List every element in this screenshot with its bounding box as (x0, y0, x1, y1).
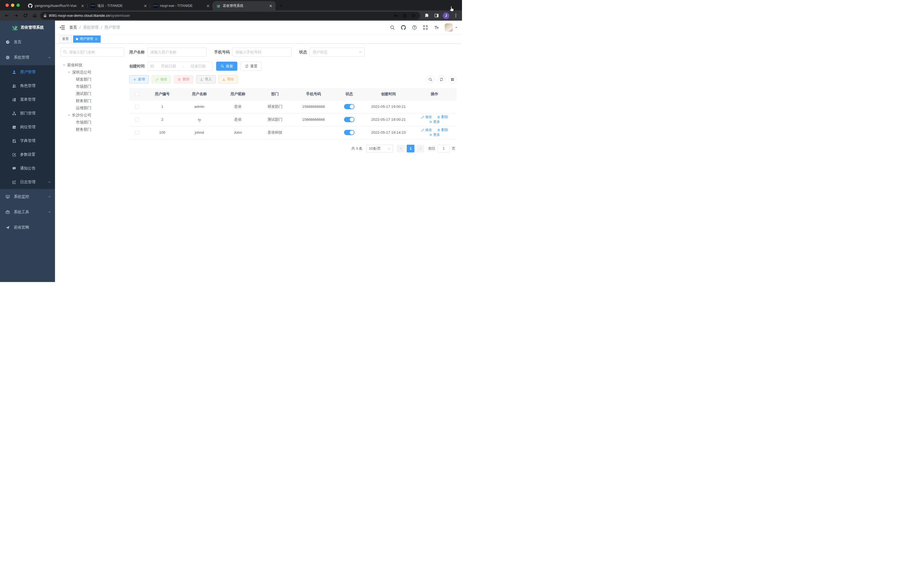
row-more-link[interactable]: 更多 (429, 132, 440, 137)
tag-close-icon[interactable] (94, 38, 98, 41)
goto-page-input[interactable] (438, 145, 450, 152)
browser-profile-avatar[interactable]: J (443, 12, 449, 19)
extensions-puzzle-icon[interactable] (423, 12, 430, 19)
tab-close-icon[interactable] (143, 4, 147, 8)
sidebar-item-tools[interactable]: 系统工具 (0, 205, 55, 220)
sidebar-item-user-mgmt[interactable]: 用户管理 (0, 65, 55, 79)
help-question-icon[interactable] (412, 25, 417, 30)
reload-button[interactable] (21, 12, 29, 20)
bookmark-star-icon[interactable] (410, 12, 417, 19)
row-more-link[interactable]: 更多 (429, 120, 440, 124)
caret-down-icon[interactable] (68, 114, 70, 117)
side-panel-icon[interactable] (433, 12, 440, 19)
browser-tab-github[interactable]: yangzongzhuan/RuoYi-Vue: (Ru (25, 1, 87, 11)
browser-tab-rouyi-vue[interactable]: <t> rouyi-vue - TITANIDE (150, 1, 213, 11)
sidebar-item-system[interactable]: 系统管理 (0, 50, 55, 65)
table-row[interactable]: 1 admin 若依 研发部门 15888888888 2022-05-17 1… (129, 100, 456, 113)
search-button[interactable]: 搜索 (216, 62, 237, 71)
close-window-button[interactable] (6, 4, 9, 7)
tree-node-company[interactable]: 深圳总公司 (60, 69, 124, 76)
status-toggle-on[interactable] (344, 130, 354, 135)
sidebar-item-post-mgmt[interactable]: 岗位管理 (0, 120, 55, 134)
tree-node-dept[interactable]: 市场部门 (60, 119, 124, 126)
sidebar-fold-icon[interactable] (59, 25, 65, 30)
sidebar-item-notice[interactable]: 通知公告 (0, 161, 55, 175)
export-button[interactable]: 导出 (218, 75, 238, 84)
breadcrumb-system[interactable]: 系统管理 (83, 25, 99, 30)
tree-node-dept[interactable]: 运维部门 (60, 105, 124, 112)
toggle-search-button[interactable] (426, 75, 435, 84)
sidebar-item-monitor[interactable]: 系统监控 (0, 189, 55, 205)
page-1-button[interactable]: 1 (407, 145, 414, 152)
caret-down-icon[interactable] (63, 64, 66, 66)
row-edit-link[interactable]: 修改 (421, 115, 432, 119)
tree-node-dept[interactable]: 财务部门 (60, 126, 124, 133)
home-button[interactable] (31, 12, 39, 20)
window-controls[interactable] (6, 4, 20, 7)
browser-tab-titanide-project[interactable]: <t> 项目 - TITANIDE (87, 1, 150, 11)
add-button[interactable]: 新增 (129, 75, 149, 84)
url-text[interactable]: 8081-rouyi-vue-demo.cloud.titanide.cn/sy… (49, 14, 390, 18)
font-size-icon[interactable] (434, 25, 439, 30)
tree-node-dept[interactable]: 财务部门 (60, 98, 124, 105)
phone-input[interactable] (232, 48, 291, 57)
fullscreen-icon[interactable] (423, 25, 428, 30)
prev-page-button[interactable] (397, 145, 405, 152)
browser-tab-ruoyi-active[interactable]: 若依管理系统 (213, 1, 276, 11)
row-edit-link[interactable]: 修改 (421, 128, 432, 132)
refresh-table-button[interactable] (437, 75, 446, 84)
row-checkbox[interactable] (135, 105, 139, 109)
date-range-picker[interactable]: 开始日期 - 结束日期 (147, 62, 213, 71)
sidebar-item-role-mgmt[interactable]: 角色管理 (0, 79, 55, 93)
github-icon[interactable] (400, 25, 406, 30)
address-bar[interactable]: 8081-rouyi-vue-demo.cloud.titanide.cn/sy… (40, 12, 420, 20)
sidebar-item-param-settings[interactable]: 参数设置 (0, 148, 55, 161)
tag-user-mgmt-active[interactable]: 用户管理 (73, 36, 100, 43)
new-tab-button[interactable] (277, 2, 285, 9)
tab-close-icon[interactable] (206, 4, 210, 8)
next-page-button[interactable] (417, 145, 424, 152)
back-button[interactable] (3, 12, 10, 20)
caret-down-icon[interactable] (68, 71, 70, 74)
row-delete-link[interactable]: 删除 (437, 128, 448, 132)
breadcrumb-home[interactable]: 首页 (69, 25, 77, 30)
minimize-window-button[interactable] (11, 4, 14, 7)
tab-close-icon[interactable] (80, 4, 85, 8)
tree-node-branch[interactable]: 长沙分公司 (60, 112, 124, 119)
dept-search-input[interactable] (60, 48, 124, 57)
status-select[interactable] (310, 48, 364, 57)
row-delete-link[interactable]: 删除 (437, 115, 448, 119)
tree-node-root[interactable]: 若依科技 (60, 62, 124, 69)
tree-node-dept[interactable]: 研发部门 (60, 76, 124, 83)
tree-node-dept[interactable]: 测试部门 (60, 90, 124, 98)
header-search-icon[interactable] (390, 25, 395, 30)
row-checkbox[interactable] (135, 131, 139, 135)
import-button[interactable]: 导入 (196, 75, 216, 84)
tree-node-dept[interactable]: 市场部门 (60, 83, 124, 90)
sidebar-item-dept-mgmt[interactable]: 部门管理 (0, 107, 55, 120)
sidebar-item-dict-mgmt[interactable]: 字典管理 (0, 134, 55, 148)
avatar[interactable] (445, 23, 453, 32)
row-checkbox[interactable] (135, 118, 139, 122)
browser-menu-kebab-icon[interactable] (452, 12, 459, 19)
page-size-select[interactable]: 10条/页 (366, 145, 393, 152)
delete-button[interactable]: 删除 (174, 75, 194, 84)
column-settings-button[interactable] (448, 75, 456, 84)
sidebar-item-home[interactable]: 首页 (0, 35, 55, 50)
select-all-checkbox[interactable] (135, 92, 139, 96)
status-toggle-on[interactable] (344, 104, 354, 109)
password-key-icon[interactable] (393, 12, 399, 19)
table-row[interactable]: 2 ry 若依 测试部门 15666666666 2022-05-17 19:0… (129, 113, 456, 126)
maximize-window-button[interactable] (16, 4, 20, 7)
reset-button[interactable]: 重置 (241, 62, 262, 71)
sidebar-item-official-site[interactable]: 若依官网 (0, 220, 55, 235)
share-icon[interactable] (402, 12, 408, 19)
forward-button[interactable] (12, 12, 20, 20)
tag-home[interactable]: 首页 (59, 36, 72, 43)
app-logo[interactable]: 若依管理系统 (0, 21, 55, 35)
sidebar-item-log-mgmt[interactable]: 日志管理 (0, 175, 55, 189)
status-toggle-on[interactable] (344, 117, 354, 122)
username-input[interactable] (147, 48, 207, 57)
tab-close-icon[interactable] (268, 4, 273, 8)
user-avatar-menu[interactable] (445, 23, 458, 32)
